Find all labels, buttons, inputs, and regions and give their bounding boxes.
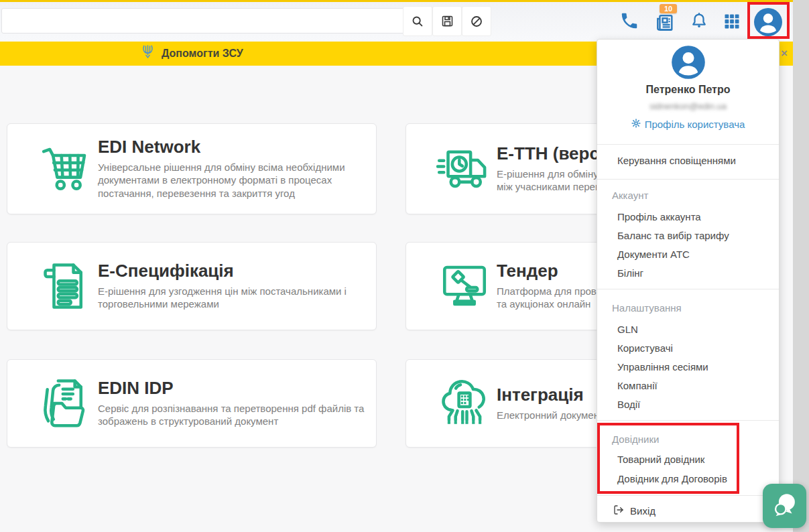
card-title: Е-Специфікація — [98, 261, 366, 281]
card-title: EDI Network — [98, 137, 366, 157]
user-name: Петренко Петро — [597, 84, 779, 96]
user-email: sidnenkon@edin.ua — [597, 101, 779, 111]
idp-folder-icon — [38, 375, 94, 431]
chat-widget-button[interactable] — [763, 484, 806, 528]
section-header-directories: Довідники — [612, 434, 659, 445]
menu-item-contracts-directory[interactable]: Довідник для Договорів — [617, 473, 727, 484]
banner-label: Допомогти ЗСУ — [162, 48, 243, 60]
save-icon — [440, 14, 454, 28]
save-button[interactable] — [432, 6, 462, 36]
news-icon — [653, 11, 677, 34]
apps-grid-icon — [723, 12, 741, 31]
menu-item-sessions[interactable]: Управління сесіями — [617, 361, 708, 373]
cancel-button[interactable] — [462, 6, 491, 36]
user-dropdown-menu: Петренко Петро sidnenkon@edin.ua Профіль… — [597, 39, 780, 523]
divider — [597, 179, 779, 180]
phone-icon — [619, 11, 639, 31]
tender-monitor-icon — [436, 258, 493, 314]
menu-item-notifications[interactable]: Керування сповіщеннями — [617, 155, 736, 166]
card-edi-network[interactable]: EDI Network Універсальне рішення для обм… — [7, 123, 377, 214]
card-description: Універсальне рішення для обміну всіма не… — [98, 161, 366, 200]
news-badge: 10 — [660, 4, 677, 13]
card-title: EDIN IDP — [98, 379, 366, 399]
divider — [597, 420, 779, 421]
divider — [597, 144, 779, 145]
menu-item-account-profile[interactable]: Профіль аккаунта — [617, 211, 701, 222]
card-description: Е-рішення для узгодження цін між постача… — [98, 285, 366, 311]
section-header-settings: Налаштування — [612, 302, 682, 314]
logout-button[interactable]: Вихід — [613, 505, 656, 517]
cancel-icon — [469, 14, 484, 29]
card-edin-idp[interactable]: EDIN IDP Сервіс для розпізнавання та пер… — [7, 359, 377, 448]
logout-icon — [613, 505, 624, 517]
dropdown-avatar-icon — [671, 45, 706, 80]
notifications-button[interactable] — [689, 11, 709, 32]
banner-close-button[interactable]: × — [777, 42, 791, 66]
user-avatar-icon — [753, 27, 783, 39]
menu-item-balance-tariff[interactable]: Баланс та вибір тарифу — [617, 230, 729, 241]
section-header-account: Аккаунт — [612, 190, 648, 201]
right-gray-column — [793, 0, 809, 532]
menu-item-companies[interactable]: Компанії — [617, 380, 658, 391]
top-header-bar: 10 — [0, 2, 793, 42]
menu-item-gln[interactable]: GLN — [617, 324, 638, 335]
card-especification[interactable]: Е-Специфікація Е-рішення для узгодження … — [7, 242, 377, 330]
bell-icon — [689, 11, 709, 32]
menu-item-users[interactable]: Користувачі — [617, 342, 673, 354]
truck-icon — [436, 141, 493, 197]
gear-icon — [631, 119, 641, 130]
menu-item-product-directory[interactable]: Товарний довідник — [617, 454, 704, 465]
user-profile-link-label: Профіль користувача — [645, 119, 745, 130]
divider — [597, 495, 779, 496]
news-button[interactable] — [653, 11, 677, 34]
search-input[interactable] — [1, 8, 414, 34]
integration-cloud-icon — [436, 375, 493, 431]
page: 10 Допомогти ЗСУ × EDI Network Універсал… — [0, 0, 809, 532]
tryzub-icon — [141, 44, 155, 64]
apps-button[interactable] — [723, 12, 741, 31]
user-profile-link[interactable]: Профіль користувача — [597, 119, 779, 130]
menu-item-billing[interactable]: Білінг — [617, 267, 643, 279]
cart-icon — [38, 141, 94, 197]
user-avatar-button[interactable] — [753, 7, 783, 37]
chat-bubbles-icon — [769, 489, 800, 523]
search-button[interactable] — [403, 6, 432, 36]
search-icon — [410, 14, 425, 29]
menu-item-drivers[interactable]: Водії — [617, 399, 640, 410]
spec-document-icon — [38, 258, 94, 314]
card-description: Сервіс для розпізнавання та перетворення… — [98, 402, 366, 428]
logout-label: Вихід — [630, 505, 656, 517]
phone-button[interactable] — [619, 11, 639, 31]
divider — [597, 289, 779, 289]
menu-item-atc-documents[interactable]: Документи АТС — [617, 249, 690, 260]
